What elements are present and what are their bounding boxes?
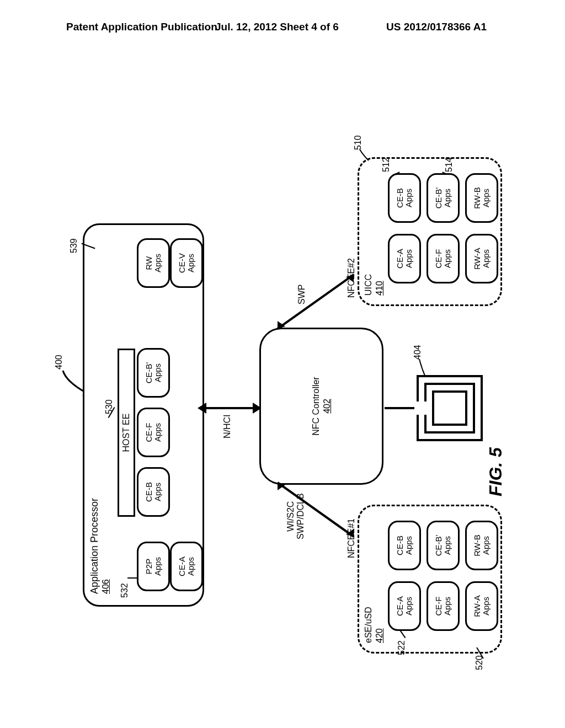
nfc-controller-title: NFC Controller [311,377,321,436]
nfccee1-cebp: CE-B'Apps [427,521,460,570]
nfccee1-rwa: RW-AApps [465,581,498,631]
leader-404 [417,356,428,378]
nfccee2-rwb: RW-BApps [465,173,498,223]
ref-532: 532 [120,583,130,598]
ap-cea-apps: CE-AApps [170,542,203,591]
figure-area: 400 Application Processor 406 532 539 HO… [55,88,508,656]
ref-406: 406 [101,579,111,594]
host-ee-box: HOST EE [118,349,135,517]
nfccee2-chip: UICC [364,274,374,296]
nfccee2-ceb: CE-BApps [388,173,421,223]
svg-line-3 [278,275,354,329]
nfccee1-rwb: RW-BApps [465,521,498,570]
nfccee1-title: NFCEE#1 [347,518,356,558]
header-right: US 2012/0178366 A1 [386,21,487,33]
nfccee2-box: UICC 410 512 514 CE-AApps CE-BApps CE-FA… [358,157,502,306]
ap-cef-apps: CE-FApps [137,408,170,457]
leader-520 [475,644,491,661]
nfccee1-ceb: CE-BApps [388,521,421,570]
figure-label: FIG. 5 [486,447,506,496]
nfc-to-antenna-line [385,407,418,409]
nfccee1-box: eSE/uSD 420 522 CE-AApps CE-BApps CE-FAp… [358,505,502,654]
nfccee2-cea: CE-AApps [388,234,421,283]
link-right-label: SWP [297,285,307,304]
ap-rw-apps: RWApps [137,238,170,288]
ref-402: 402 [322,377,332,436]
nfccee1-cef: CE-FApps [427,581,460,631]
header-left: Patent Application Publication [66,21,217,33]
page: Patent Application Publication Jul. 12, … [0,0,565,728]
ref-420: 420 [375,628,385,643]
ref-530: 530 [104,399,114,414]
nfccee2-cebp: CE-B'Apps [427,173,460,223]
nfccee2-rwa: RW-AApps [465,234,498,283]
link-left-label: WI/S2CSWP/DCLB [286,493,306,539]
nfccee1-cea: CE-AApps [388,581,421,631]
header-mid: Jul. 12, 2012 Sheet 4 of 6 [215,21,339,33]
nfc-controller-box: NFC Controller 402 [259,328,383,485]
ap-title: Application Processor [89,498,100,594]
ap-cev-apps: CE-VApps [170,238,203,288]
nfccee1-chip: eSE/uSD [364,607,374,643]
link-nhci-label: N/HCI [222,414,232,438]
ref-539: 539 [69,238,79,253]
leader-510 [358,146,374,163]
ref-522: 522 [397,640,407,655]
nfccee2-cef: CE-FApps [427,234,460,283]
ap-cebp-apps: CE-B'Apps [137,348,170,398]
link-nhci-line [205,407,254,409]
ref-514: 514 [444,157,454,172]
host-ee-label: HOST EE [121,414,131,452]
figure-rotated: 400 Application Processor 406 532 539 HO… [55,88,508,656]
ref-512: 512 [381,157,391,172]
nfccee2-title: NFCEE#2 [347,258,356,298]
ref-410: 410 [375,281,385,296]
ap-p2p-apps: P2PApps [137,542,170,591]
ap-ceb-apps: CE-BApps [137,467,170,517]
link-nhci-head-up [198,403,206,414]
application-processor-box: Application Processor 406 532 539 HOST E… [83,223,204,607]
